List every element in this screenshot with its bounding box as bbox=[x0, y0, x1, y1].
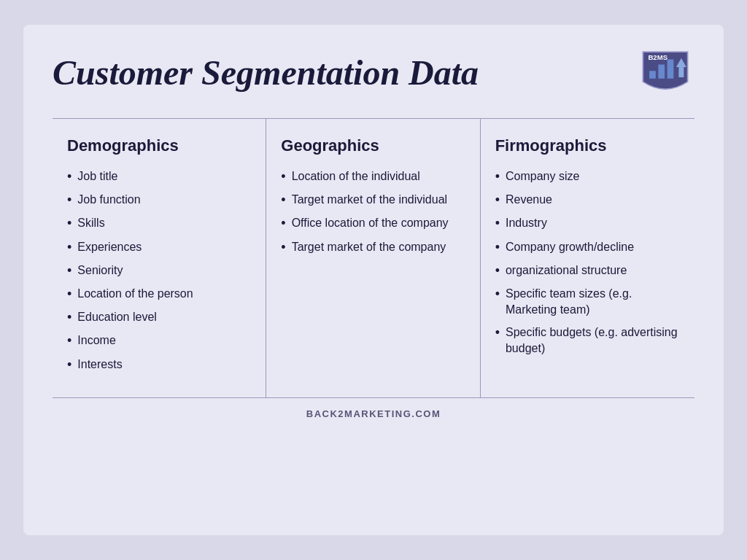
list-item: Income bbox=[67, 332, 251, 350]
page-title: Customer Segmentation Data bbox=[53, 52, 479, 93]
firmographics-list: Company size Revenue Industry Company gr… bbox=[495, 168, 680, 357]
list-item: Company size bbox=[495, 168, 680, 186]
list-item: Skills bbox=[67, 215, 251, 233]
geographics-column: Geographics Location of the individual T… bbox=[266, 119, 480, 397]
demographics-list: Job title Job function Skills Experience… bbox=[67, 168, 251, 374]
list-item: Target market of the individual bbox=[281, 192, 465, 209]
svg-rect-0 bbox=[649, 71, 656, 79]
geographics-list: Location of the individual Target market… bbox=[281, 168, 465, 257]
list-item: Location of the individual bbox=[281, 168, 465, 186]
list-item: Job function bbox=[67, 192, 251, 209]
list-item: Office location of the company bbox=[281, 215, 465, 233]
geographics-heading: Geographics bbox=[281, 136, 465, 155]
list-item: Company growth/decline bbox=[495, 239, 680, 257]
list-item: Location of the person bbox=[67, 286, 251, 303]
list-item: Experiences bbox=[67, 239, 251, 257]
list-item: Revenue bbox=[495, 192, 680, 209]
content-columns: Demographics Job title Job function Skil… bbox=[53, 118, 694, 398]
b2ms-logo: B2MS bbox=[636, 47, 694, 98]
svg-text:B2MS: B2MS bbox=[648, 53, 667, 61]
demographics-column: Demographics Job title Job function Skil… bbox=[53, 119, 266, 397]
svg-rect-2 bbox=[667, 60, 674, 79]
list-item: Job title bbox=[67, 168, 251, 186]
list-item: Interests bbox=[67, 357, 251, 374]
list-item: Target market of the company bbox=[281, 239, 465, 257]
svg-rect-1 bbox=[658, 65, 665, 79]
list-item: organizational structure bbox=[495, 262, 680, 280]
list-item: Education level bbox=[67, 309, 251, 327]
footer-text: BACK2MARKETING.COM bbox=[53, 398, 694, 422]
firmographics-column: Firmographics Company size Revenue Indus… bbox=[481, 119, 694, 397]
demographics-heading: Demographics bbox=[67, 136, 251, 155]
list-item: Specific team sizes (e.g. Marketing team… bbox=[495, 286, 680, 319]
list-item: Specific budgets (e.g. advertising budge… bbox=[495, 324, 680, 357]
list-item: Seniority bbox=[67, 262, 251, 280]
main-card: Customer Segmentation Data B2MS Demograp… bbox=[23, 25, 724, 535]
list-item: Industry bbox=[495, 215, 680, 233]
header: Customer Segmentation Data B2MS bbox=[53, 47, 694, 98]
firmographics-heading: Firmographics bbox=[495, 136, 680, 155]
